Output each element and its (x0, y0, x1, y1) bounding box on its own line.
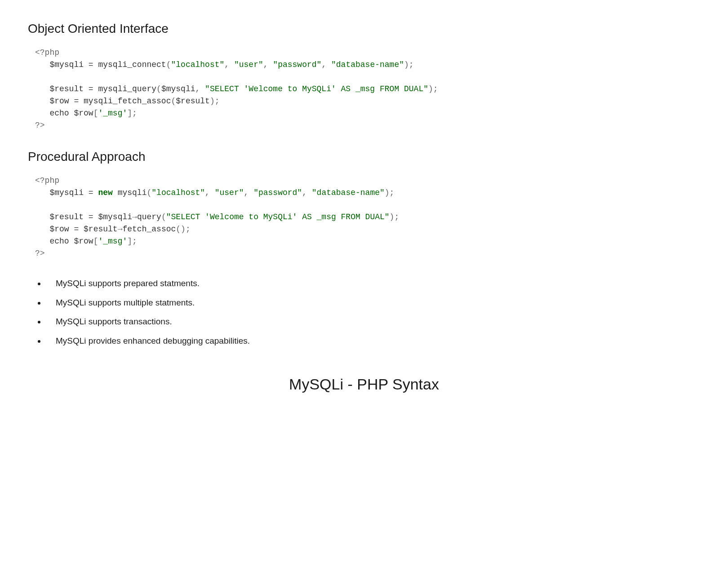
php-close-tag: ?> (35, 121, 45, 130)
php-open-tag: <?php (35, 176, 59, 185)
php-open-tag: <?php (35, 48, 59, 57)
list-item: MySQLi provides enhanced debugging capab… (46, 332, 700, 351)
procedural-heading: Procedural Approach (28, 150, 700, 164)
page-title: MySQLi - PHP Syntax (28, 376, 700, 393)
oop-code-block: <?php $mysqli = mysqli_connect("localhos… (35, 47, 700, 132)
list-item: MySQLi supports prepared statments. (46, 274, 700, 293)
list-item: MySQLi supports transactions. (46, 312, 700, 332)
oop-heading: Object Oriented Interface (28, 22, 700, 36)
php-close-tag: ?> (35, 249, 45, 258)
feature-list: MySQLi supports prepared statments. MySQ… (46, 274, 700, 350)
list-item: MySQLi supports multiple statments. (46, 293, 700, 313)
procedural-code-block: <?php $mysqli = new mysqli("localhost", … (35, 175, 700, 260)
